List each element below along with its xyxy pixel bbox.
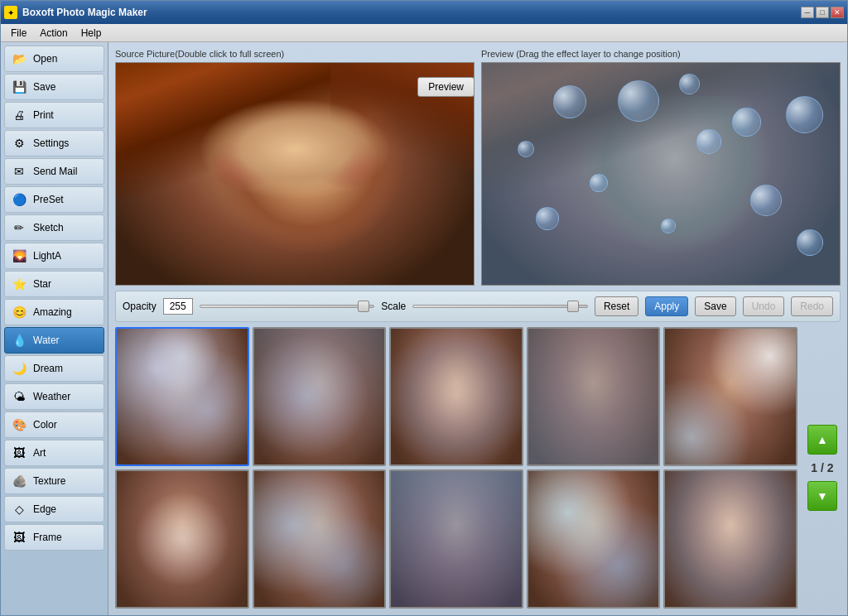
sidebar-item-edge[interactable]: ◇ Edge (4, 496, 104, 522)
opacity-slider[interactable] (200, 305, 375, 308)
sidebar-label-open: Open (33, 53, 57, 65)
save-icon: 💾 (10, 78, 28, 96)
scale-slider-thumb[interactable] (567, 301, 579, 312)
thumbnail-8[interactable] (389, 469, 523, 609)
preset-icon: 🔵 (10, 190, 28, 209)
title-bar: ✦ Boxoft Photo Magic Maker ─ □ ✕ (1, 1, 847, 24)
sidebar-item-texture[interactable]: 🪨 Texture (4, 468, 104, 494)
sidebar-item-open[interactable]: 📂 Open (4, 46, 104, 72)
sidebar-item-weather[interactable]: 🌤 Weather (4, 383, 104, 410)
sidebar-label-dream: Dream (33, 363, 63, 374)
sidebar-item-preset[interactable]: 🔵 PreSet (4, 186, 104, 213)
water-icon: 💧 (10, 331, 28, 349)
weather-icon: 🌤 (10, 387, 28, 406)
print-icon: 🖨 (10, 106, 28, 124)
sketch-icon: ✏ (10, 219, 28, 237)
save-button[interactable]: Save (695, 296, 735, 316)
page-current: 1 (811, 461, 817, 474)
sidebar: 📂 Open 💾 Save 🖨 Print ⚙ Settings ✉ Send … (1, 42, 108, 615)
thumbnails-section: ▲ 1 / 2 ▼ (115, 327, 841, 609)
scale-slider[interactable] (412, 305, 588, 308)
edge-icon: ◇ (10, 500, 28, 518)
thumb-image-7 (254, 471, 385, 607)
thumb-image-1 (117, 329, 248, 464)
thumb-image-6 (117, 471, 248, 607)
art-icon: 🖼 (10, 444, 28, 462)
sidebar-label-preset: PreSet (33, 194, 64, 205)
preview-image-container[interactable] (481, 62, 841, 286)
thumbnail-3[interactable] (389, 327, 523, 466)
sidebar-item-water[interactable]: 💧 Water (4, 327, 104, 354)
frame-icon: 🖼 (10, 528, 28, 546)
thumbnail-6[interactable] (115, 469, 249, 609)
sidebar-item-print[interactable]: 🖨 Print (4, 102, 104, 128)
sidebar-item-sendmail[interactable]: ✉ Send Mail (4, 158, 104, 185)
sidebar-item-settings[interactable]: ⚙ Settings (4, 130, 104, 156)
main-window: ✦ Boxoft Photo Magic Maker ─ □ ✕ File Ac… (0, 0, 848, 616)
thumb-image-5 (665, 329, 796, 464)
preview-button[interactable]: Preview (417, 77, 475, 97)
sidebar-item-sketch[interactable]: ✏ Sketch (4, 214, 104, 241)
thumbnail-2[interactable] (253, 327, 387, 466)
thumbnail-5[interactable] (663, 327, 797, 466)
thumbnail-9[interactable] (527, 469, 661, 609)
sidebar-label-texture: Texture (33, 475, 65, 487)
thumb-image-3 (391, 329, 522, 464)
close-button[interactable]: ✕ (831, 7, 844, 18)
sidebar-item-color[interactable]: 🎨 Color (4, 411, 104, 438)
nav-up-button[interactable]: ▲ (807, 425, 837, 455)
sidebar-label-sendmail: Send Mail (33, 166, 77, 177)
sidebar-label-sketch: Sketch (33, 222, 64, 233)
thumbnail-10[interactable] (663, 469, 797, 609)
open-icon: 📂 (10, 50, 28, 68)
thumb-image-2 (254, 329, 385, 464)
sidebar-item-star[interactable]: ⭐ Star (4, 271, 104, 297)
menu-help[interactable]: Help (75, 26, 108, 41)
image-panels: Source Picture(Double click to full scre… (115, 49, 841, 286)
thumbnails-grid (115, 327, 797, 609)
color-icon: 🎨 (10, 416, 28, 434)
sidebar-item-art[interactable]: 🖼 Art (4, 440, 104, 466)
nav-down-button[interactable]: ▼ (807, 481, 837, 511)
opacity-slider-thumb[interactable] (358, 301, 369, 312)
sidebar-item-dream[interactable]: 🌙 Dream (4, 355, 104, 382)
window-title: Boxoft Photo Magic Maker (22, 7, 796, 18)
star-icon: ⭐ (10, 275, 28, 293)
settings-icon: ⚙ (10, 134, 28, 152)
sendmail-icon: ✉ (10, 162, 28, 180)
sidebar-item-amazing[interactable]: 😊 Amazing (4, 299, 104, 325)
menu-action[interactable]: Action (33, 26, 74, 41)
restore-button[interactable]: □ (816, 7, 829, 18)
page-total: 2 (827, 461, 834, 474)
sidebar-item-frame[interactable]: 🖼 Frame (4, 524, 104, 551)
opacity-input[interactable] (163, 298, 193, 315)
thumbnail-7[interactable] (253, 469, 387, 609)
thumbnail-4[interactable] (527, 327, 661, 466)
apply-button[interactable]: Apply (645, 296, 688, 316)
scale-slider-container (412, 305, 588, 308)
amazing-icon: 😊 (10, 303, 28, 321)
menu-file[interactable]: File (4, 26, 33, 41)
preview-panel: Preview (Drag the effect layer to change… (481, 49, 841, 286)
preview-panel-label: Preview (Drag the effect layer to change… (481, 49, 841, 59)
work-area: Source Picture(Double click to full scre… (108, 42, 847, 615)
menu-bar: File Action Help (1, 24, 847, 42)
sidebar-label-frame: Frame (33, 532, 62, 543)
app-icon: ✦ (4, 6, 17, 19)
opacity-slider-container (200, 305, 375, 308)
scale-label: Scale (381, 301, 406, 312)
reset-button[interactable]: Reset (595, 296, 638, 316)
thumbnail-1[interactable] (115, 327, 249, 466)
water-droplets-overlay (482, 63, 840, 285)
sidebar-item-save[interactable]: 💾 Save (4, 74, 104, 100)
sidebar-item-lighta[interactable]: 🌄 LightA (4, 243, 104, 269)
dream-icon: 🌙 (10, 359, 28, 378)
thumb-image-4 (528, 329, 659, 464)
sidebar-label-print: Print (33, 109, 54, 121)
undo-button[interactable]: Undo (743, 296, 785, 316)
thumb-image-9 (528, 471, 659, 607)
nav-down-icon: ▼ (817, 489, 828, 503)
sidebar-label-settings: Settings (33, 137, 69, 149)
redo-button[interactable]: Redo (791, 296, 833, 316)
minimize-button[interactable]: ─ (801, 7, 814, 18)
